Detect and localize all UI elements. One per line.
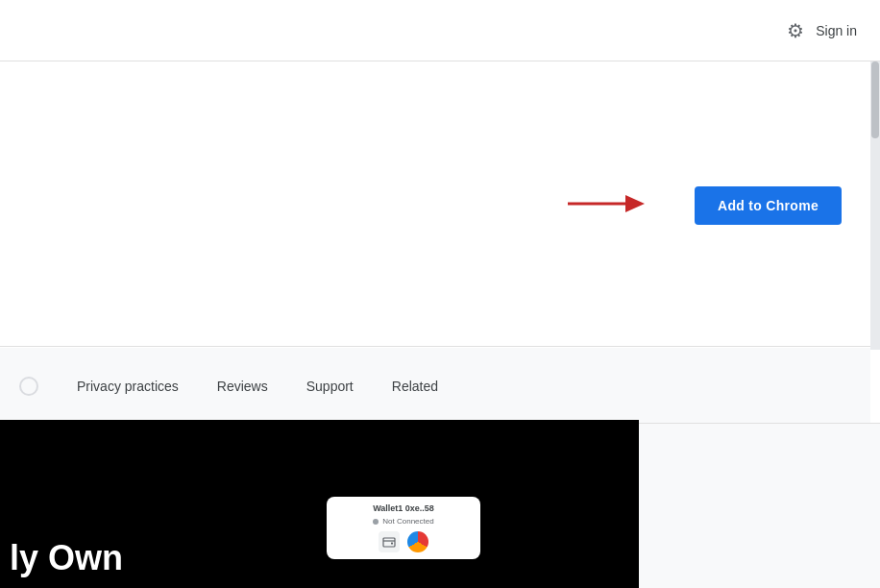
tab-related[interactable]: Related (373, 369, 457, 404)
video-partial-text: ly Own (10, 538, 123, 578)
svg-rect-3 (391, 543, 393, 545)
wallet-status: Not Connected (373, 517, 433, 526)
video-area: ly Own Wallet1 0xe..58 Not Connected (0, 420, 639, 588)
add-to-chrome-button[interactable]: Add to Chrome (695, 186, 842, 225)
main-content: Add to Chrome (0, 61, 870, 350)
wallet-title: Wallet1 0xe..58 (373, 503, 434, 513)
nav-tabs: Privacy practices Reviews Support Relate… (0, 348, 870, 425)
wallet-status-text: Not Connected (382, 517, 433, 526)
header-actions: ⚙ Sign in (787, 19, 857, 42)
add-to-chrome-area: Add to Chrome (695, 186, 842, 225)
wallet-colorful-icon (407, 531, 428, 552)
tab-reviews[interactable]: Reviews (198, 369, 287, 404)
tab-privacy-practices[interactable]: Privacy practices (58, 369, 198, 404)
wallet-icons (379, 531, 428, 552)
header: ⚙ Sign in (0, 0, 880, 61)
arrow-indicator (568, 189, 645, 222)
bottom-section: ly Own Wallet1 0xe..58 Not Connected (0, 423, 880, 588)
svg-rect-2 (383, 538, 395, 547)
horizontal-divider (0, 346, 880, 347)
scrollbar-thumb[interactable] (871, 61, 879, 138)
nav-circle-indicator (19, 377, 38, 396)
wallet-status-dot (373, 519, 379, 525)
wallet-popup: Wallet1 0xe..58 Not Connected (327, 497, 480, 559)
scrollbar-track[interactable] (870, 61, 880, 350)
tab-support[interactable]: Support (287, 369, 373, 404)
sign-in-button[interactable]: Sign in (816, 23, 857, 38)
settings-icon[interactable]: ⚙ (787, 19, 804, 42)
wallet-box-icon (379, 531, 400, 552)
svg-marker-1 (625, 195, 645, 212)
